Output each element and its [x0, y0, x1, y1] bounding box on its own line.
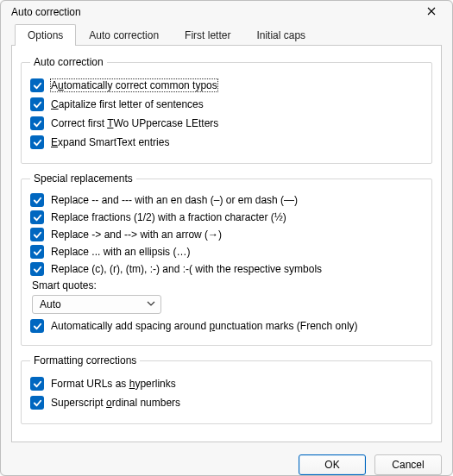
label-french-punct: Automatically add spacing around punctua… — [51, 320, 358, 332]
row-ellipsis[interactable]: Replace ... with an ellipsis (…) — [30, 245, 423, 259]
checkbox-icon — [30, 245, 44, 259]
row-dash[interactable]: Replace -- and --- with an en dash (–) o… — [30, 193, 423, 207]
label-arrow: Replace -> and --> with an arrow (→) — [51, 229, 222, 241]
tab-auto-correction[interactable]: Auto correction — [76, 24, 172, 46]
checkbox-icon — [30, 396, 44, 410]
ok-button[interactable]: OK — [299, 454, 366, 475]
row-urls[interactable]: Format URLs as hyperlinks — [30, 377, 423, 391]
label-ordinals: Superscript ordinal numbers — [51, 397, 180, 409]
checkbox-icon — [30, 78, 44, 92]
label-symbols: Replace (c), (r), (tm), :-) and :-( with… — [51, 263, 322, 275]
window-title: Auto correction — [11, 6, 418, 18]
row-fractions[interactable]: Replace fractions (1/2) with a fraction … — [30, 210, 423, 224]
group-legend: Formatting corrections — [30, 354, 140, 366]
row-ordinals[interactable]: Superscript ordinal numbers — [30, 396, 423, 410]
checkbox-icon — [30, 319, 44, 333]
group-formatting-corrections: Formatting corrections Format URLs as hy… — [21, 354, 432, 424]
tab-initial-caps[interactable]: Initial caps — [243, 24, 318, 46]
group-legend: Special replacements — [30, 172, 136, 185]
checkbox-icon — [30, 228, 44, 241]
row-french-punct[interactable]: Automatically add spacing around punctua… — [30, 319, 423, 333]
label-fractions: Replace fractions (1/2) with a fraction … — [51, 211, 286, 223]
group-special-replacements: Special replacements Replace -- and --- … — [21, 172, 432, 346]
chevron-down-icon — [147, 298, 155, 310]
dialog-footer: OK Cancel — [1, 446, 452, 476]
checkbox-icon — [30, 193, 44, 207]
select-value: Auto — [40, 298, 61, 310]
checkbox-icon — [30, 135, 44, 149]
titlebar: Auto correction — [1, 1, 452, 23]
row-symbols[interactable]: Replace (c), (r), (tm), :-) and :-( with… — [30, 262, 423, 276]
row-smarttext[interactable]: Expand SmartText entries — [30, 135, 423, 149]
label-smarttext: Expand SmartText entries — [51, 136, 169, 148]
select-smart-quotes[interactable]: Auto — [32, 295, 161, 314]
tab-page-options: Auto correction Automatically correct co… — [11, 45, 442, 442]
label-correct-typos: Automatically correct common typos — [51, 79, 217, 91]
row-correct-typos[interactable]: Automatically correct common typos — [30, 78, 423, 92]
close-icon — [427, 6, 436, 18]
checkbox-icon — [30, 210, 44, 224]
tab-first-letter[interactable]: First letter — [172, 24, 243, 46]
label-two-uppercase: Correct first TWo UPpercase LEtters — [51, 117, 218, 129]
close-button[interactable] — [418, 1, 445, 23]
checkbox-icon — [30, 377, 44, 391]
checkbox-icon — [30, 262, 44, 276]
row-capitalize[interactable]: Capitalize first letter of sentences — [30, 97, 423, 111]
tabstrip: Options Auto correction First letter Ini… — [15, 24, 442, 46]
label-dash: Replace -- and --- with an en dash (–) o… — [51, 194, 298, 206]
group-legend: Auto correction — [30, 56, 107, 68]
row-arrow[interactable]: Replace -> and --> with an arrow (→) — [30, 228, 423, 241]
group-auto-correction: Auto correction Automatically correct co… — [21, 56, 432, 164]
label-smart-quotes: Smart quotes: — [32, 279, 423, 291]
label-urls: Format URLs as hyperlinks — [51, 378, 176, 390]
label-capitalize: Capitalize first letter of sentences — [51, 98, 204, 110]
tab-options[interactable]: Options — [15, 24, 76, 46]
checkbox-icon — [30, 116, 44, 130]
cancel-button[interactable]: Cancel — [374, 454, 442, 475]
row-two-uppercase[interactable]: Correct first TWo UPpercase LEtters — [30, 116, 423, 130]
dialog-window: Auto correction Options Auto correction … — [0, 0, 453, 476]
dialog-content: Options Auto correction First letter Ini… — [1, 23, 452, 446]
checkbox-icon — [30, 97, 44, 111]
label-ellipsis: Replace ... with an ellipsis (…) — [51, 246, 190, 258]
